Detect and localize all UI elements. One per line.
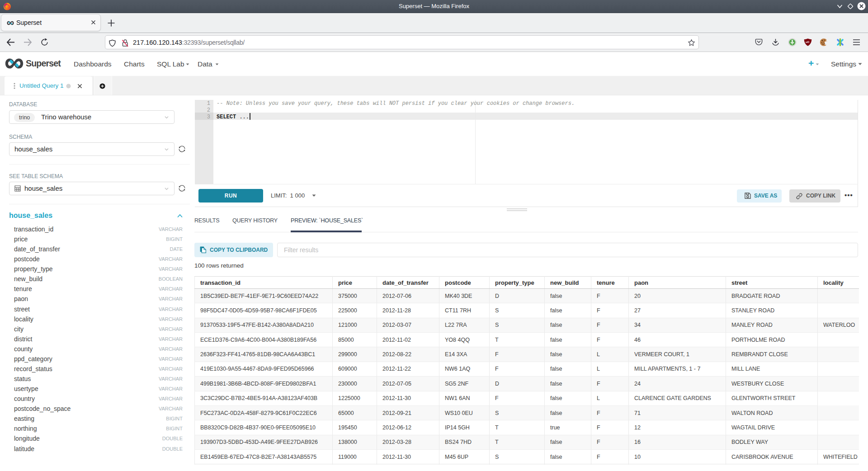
svg-text:uO: uO xyxy=(806,41,810,43)
